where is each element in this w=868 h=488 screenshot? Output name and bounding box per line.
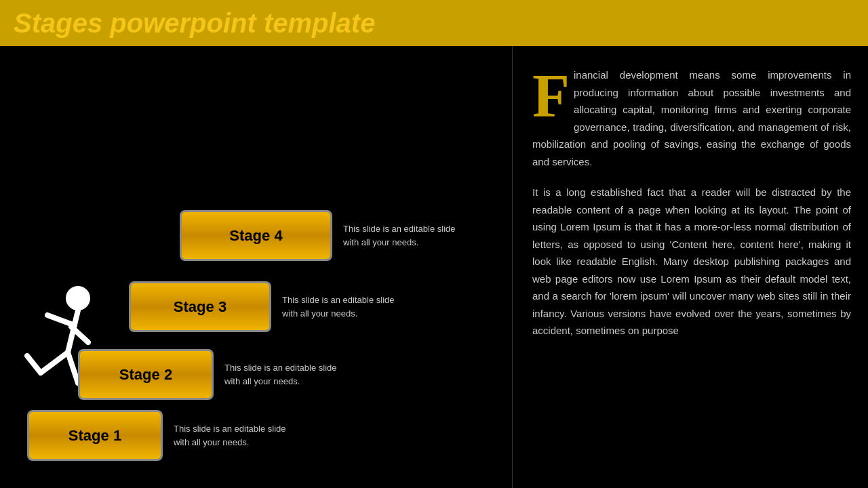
slide: Stages powerpoint template [0, 0, 868, 488]
paragraph-2-text: It is a long established fact that a rea… [532, 186, 851, 336]
stage-3-row: Stage 3 This slide is an editable slide … [129, 281, 394, 332]
stage-1-row: Stage 1 This slide is an editable slide … [27, 410, 285, 461]
stage-4-button[interactable]: Stage 4 [180, 210, 332, 261]
svg-point-0 [66, 286, 90, 310]
stage-3-desc: This slide is an editable slide with all… [282, 293, 394, 320]
slide-title: Stages powerpoint template [14, 8, 375, 39]
stage-4-row: Stage 4 This slide is an editable slide … [180, 210, 455, 261]
stage-1-desc: This slide is an editable slide with all… [174, 422, 285, 449]
right-panel: F inancial development means some improv… [515, 46, 868, 488]
panel-divider [512, 46, 513, 488]
drop-cap: F [532, 66, 574, 119]
svg-line-6 [68, 352, 78, 383]
stage-4-desc: This slide is an editable slide with all… [343, 222, 455, 249]
svg-line-5 [27, 356, 41, 373]
stage-2-row: Stage 2 This slide is an editable slide … [78, 349, 336, 400]
title-bar: Stages powerpoint template [0, 0, 868, 46]
left-panel: Stage 4 This slide is an editable slide … [0, 46, 515, 488]
svg-line-4 [41, 352, 68, 373]
svg-line-2 [47, 315, 75, 325]
stage-2-button[interactable]: Stage 2 [78, 349, 214, 400]
paragraph-2: It is a long established fact that a rea… [532, 184, 851, 340]
stage-3-button[interactable]: Stage 3 [129, 281, 271, 332]
stage-2-desc: This slide is an editable slide with all… [224, 361, 336, 388]
paragraph-1: F inancial development means some improv… [532, 66, 851, 170]
paragraph-1-text: inancial development means some improvem… [532, 69, 851, 167]
stage-1-button[interactable]: Stage 1 [27, 410, 163, 461]
